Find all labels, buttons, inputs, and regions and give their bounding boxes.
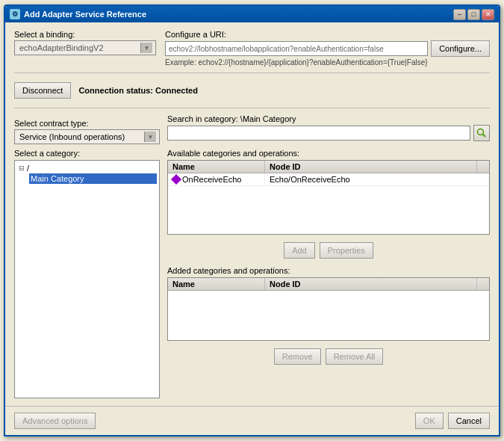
category-label: Select a category:	[14, 149, 160, 158]
main-area: Select a category: ⊟ / Main Category	[14, 149, 490, 398]
available-col-extra	[477, 161, 489, 173]
search-group: Search in category: \Main Category	[167, 114, 490, 144]
window-title: Add Adapter Service Reference	[24, 10, 146, 19]
available-col-nodeid: Node ID	[265, 161, 477, 173]
tree-child-area: Main Category	[29, 173, 157, 184]
tree-collapse-icon: ⊟	[19, 164, 25, 172]
main-window: ⚙ Add Adapter Service Reference – □ ✕ Se…	[4, 4, 500, 437]
add-properties-row: Add Properties	[167, 242, 490, 259]
binding-group: Select a binding: echoAdapterBindingV2 ▼	[14, 30, 156, 55]
uri-example: Example: echov2://{hostname}/{applicatio…	[165, 58, 490, 67]
connection-status-label: Connection status:	[78, 86, 153, 95]
binding-uri-row: Select a binding: echoAdapterBindingV2 ▼…	[14, 30, 490, 67]
title-bar-controls: – □ ✕	[453, 9, 494, 20]
added-col-name: Name	[168, 278, 265, 290]
search-button[interactable]	[473, 125, 490, 141]
available-row-nodeid: Echo/OnReceiveEcho	[265, 173, 489, 185]
tree-root-item[interactable]: ⊟ /	[17, 163, 157, 173]
binding-dropdown-arrow: ▼	[140, 43, 152, 53]
maximize-button[interactable]: □	[467, 9, 480, 20]
properties-button[interactable]: Properties	[320, 242, 373, 259]
binding-value: echoAdapterBindingV2	[18, 43, 104, 52]
binding-select[interactable]: echoAdapterBindingV2 ▼	[14, 40, 156, 55]
search-icon	[476, 128, 487, 138]
minimize-button[interactable]: –	[453, 9, 466, 20]
binding-label: Select a binding:	[14, 30, 156, 39]
search-input[interactable]	[167, 126, 470, 141]
configure-button[interactable]: Configure...	[431, 40, 490, 57]
tree-root: ⊟ / Main Category	[17, 163, 157, 184]
uri-row: Configure...	[165, 40, 490, 57]
tree-main-category-item[interactable]: Main Category	[29, 173, 157, 184]
available-row-name-text: OnReceiveEcho	[182, 175, 242, 184]
added-col-extra	[477, 278, 489, 290]
svg-point-0	[478, 129, 484, 135]
divider-2	[14, 108, 490, 108]
added-table-header: Name Node ID	[168, 278, 489, 291]
add-button[interactable]: Add	[284, 242, 315, 259]
bottom-bar: Advanced options OK Cancel	[5, 406, 499, 435]
divider-1	[14, 73, 490, 73]
window-icon: ⚙	[10, 9, 20, 19]
remove-all-button[interactable]: Remove All	[326, 348, 384, 365]
contract-search-row: Select contract type: Service (Inbound o…	[14, 114, 490, 144]
added-table: Name Node ID	[167, 277, 490, 341]
contract-value: Service (Inbound operations)	[18, 132, 125, 141]
added-col-nodeid: Node ID	[265, 278, 477, 290]
connection-status-value: Connected	[155, 86, 198, 95]
bottom-right: OK Cancel	[415, 413, 490, 429]
uri-label: Configure a URI:	[165, 30, 490, 39]
content-area: Select a binding: echoAdapterBindingV2 ▼…	[5, 22, 499, 406]
disconnect-button[interactable]: Disconnect	[14, 82, 71, 99]
added-label: Added categories and operations:	[167, 266, 490, 275]
search-category-label: Search in category: \Main Category	[167, 114, 490, 123]
available-section: Available categories and operations: Nam…	[167, 149, 490, 235]
contract-group: Select contract type: Service (Inbound o…	[14, 119, 160, 144]
available-table-header: Name Node ID	[168, 161, 489, 173]
left-panel: Select a category: ⊟ / Main Category	[14, 149, 160, 398]
added-table-body	[168, 291, 489, 340]
contract-select[interactable]: Service (Inbound operations) ▼	[14, 129, 160, 144]
tree-child-label: Main Category	[31, 174, 84, 183]
added-section: Added categories and operations: Name No…	[167, 266, 490, 341]
remove-button[interactable]: Remove	[274, 348, 321, 365]
available-table-body: OnReceiveEcho Echo/OnReceiveEcho	[168, 173, 489, 234]
contract-dropdown-arrow: ▼	[144, 132, 156, 142]
connection-status: Connection status: Connected	[78, 86, 198, 95]
tree-root-label: /	[27, 164, 29, 173]
close-button[interactable]: ✕	[482, 9, 494, 20]
category-tree[interactable]: ⊟ / Main Category	[14, 160, 160, 398]
title-bar-left: ⚙ Add Adapter Service Reference	[10, 9, 146, 19]
available-col-name: Name	[168, 161, 265, 173]
remove-buttons-row: Remove Remove All	[167, 348, 490, 365]
search-input-row	[167, 125, 490, 141]
table-row[interactable]: OnReceiveEcho Echo/OnReceiveEcho	[168, 173, 489, 186]
available-label: Available categories and operations:	[167, 149, 490, 158]
available-table: Name Node ID OnReceiveEcho Echo/OnReceiv…	[167, 160, 490, 235]
available-row-name: OnReceiveEcho	[168, 173, 265, 185]
connection-row: Disconnect Connection status: Connected	[14, 79, 490, 102]
cancel-button[interactable]: Cancel	[448, 413, 490, 429]
contract-label: Select contract type:	[14, 119, 160, 128]
operation-icon	[171, 174, 181, 185]
uri-group: Configure a URI: Configure... Example: e…	[165, 30, 490, 67]
svg-line-1	[483, 135, 486, 138]
uri-input[interactable]	[165, 41, 428, 56]
right-panel: Available categories and operations: Nam…	[167, 149, 490, 398]
title-bar: ⚙ Add Adapter Service Reference – □ ✕	[5, 6, 499, 22]
ok-button[interactable]: OK	[415, 413, 444, 429]
advanced-options-button[interactable]: Advanced options	[14, 413, 96, 429]
